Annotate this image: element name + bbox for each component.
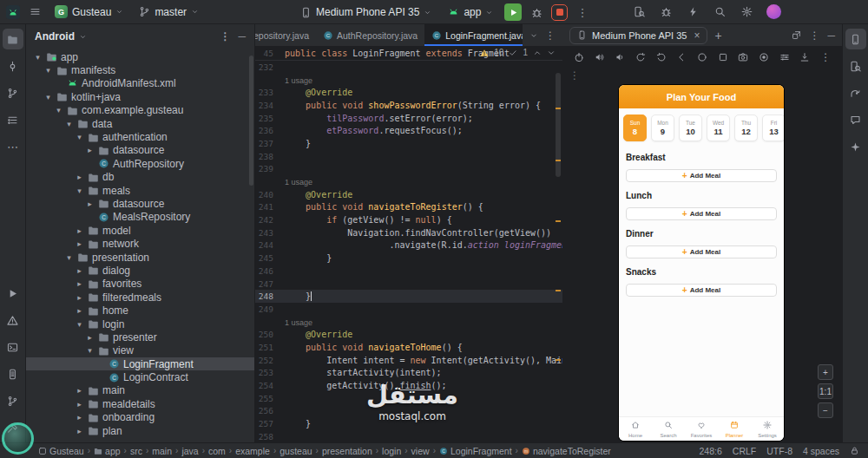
device-rotate-right-button[interactable]	[654, 49, 669, 65]
code-line[interactable]: 234 public void showPasswordError(String…	[255, 99, 562, 112]
profile-avatar[interactable]	[764, 3, 783, 22]
settings-button[interactable]	[737, 3, 756, 22]
warning-stripe-mark[interactable]	[556, 290, 561, 291]
nav-favorites[interactable]: Favorites	[685, 417, 718, 441]
debug-button[interactable]	[528, 3, 545, 21]
tree-item[interactable]: ▸network	[26, 237, 254, 250]
tab-options-button[interactable]: ⋮	[545, 29, 556, 42]
tool-project-button[interactable]	[3, 29, 23, 49]
tree-item[interactable]: ▸db	[26, 171, 254, 184]
code-line[interactable]: 244 .navigate(R.id.action_loginFragment_…	[255, 239, 562, 252]
prev-problem-icon[interactable]	[533, 49, 542, 57]
add-meal-button[interactable]: +Add Meal	[626, 245, 777, 258]
usage-hint[interactable]: 1 usage	[285, 318, 312, 327]
warning-stripe-mark[interactable]	[556, 359, 561, 361]
chevron-right-icon[interactable]: ▸	[75, 173, 84, 181]
code-inlay-row[interactable]: 1 usage	[255, 316, 562, 329]
device-selector[interactable]: Medium Phone API 35	[295, 4, 437, 20]
add-meal-button[interactable]: +Add Meal	[626, 284, 777, 297]
code-line[interactable]: 236 etPassword.requestFocus();	[255, 124, 562, 137]
close-icon[interactable]: ×	[694, 29, 700, 42]
code-line[interactable]: 242 if (getView() != null) {	[255, 213, 562, 226]
device-tab[interactable]: Medium Phone API 35 ×	[569, 27, 707, 44]
day-card-mon[interactable]: Mon9	[651, 114, 674, 141]
device-volume-down-button[interactable]	[612, 49, 628, 65]
chevron-down-icon[interactable]: ▾	[43, 66, 53, 75]
chevron-down-icon[interactable]: ▾	[64, 120, 74, 128]
warning-stripe-mark[interactable]	[556, 160, 561, 161]
chevron-down-icon[interactable]: ▾	[75, 320, 84, 329]
scrollbar-thumb[interactable]	[556, 73, 561, 177]
device-rotate-left-button[interactable]	[633, 49, 648, 65]
chevron-right-icon[interactable]: ▸	[75, 427, 84, 435]
project-scrollbar[interactable]	[249, 56, 253, 186]
tree-item[interactable]: ▸onboarding	[26, 411, 254, 424]
tree-item[interactable]: CLoginContract	[26, 370, 254, 383]
day-card-tue[interactable]: Tue10	[679, 114, 702, 141]
nav-search[interactable]: Search	[652, 417, 685, 441]
tool-run-button[interactable]	[3, 283, 23, 304]
device-power-button[interactable]	[571, 49, 587, 65]
zoom-in-button[interactable]: +	[818, 364, 833, 380]
search-button[interactable]	[710, 3, 729, 22]
device-more-button[interactable]: ⋮	[818, 49, 833, 65]
tool-problems-button[interactable]	[3, 310, 23, 330]
tree-item[interactable]: AndroidManifest.xml	[26, 77, 254, 90]
breadcrumb-item[interactable]: com	[208, 446, 226, 456]
add-meal-button[interactable]: +Add Meal	[626, 207, 777, 220]
warning-stripe-mark[interactable]	[556, 220, 561, 222]
breadcrumb-item[interactable]: Gusteau	[38, 446, 84, 456]
chevron-down-icon[interactable]	[529, 31, 538, 40]
more-actions-button[interactable]: ⋮	[574, 6, 590, 19]
bug-report-button[interactable]	[656, 3, 675, 22]
tool-build-button[interactable]	[3, 417, 23, 438]
tree-item[interactable]: ▸model	[26, 224, 254, 237]
code-line[interactable]: 246	[255, 265, 562, 278]
usage-hint[interactable]: 1 usage	[285, 178, 312, 186]
device-extended-controls-button[interactable]	[777, 49, 792, 65]
day-card-fri[interactable]: Fri13	[762, 114, 784, 141]
tool-commit-button[interactable]	[3, 56, 23, 76]
tree-item[interactable]: ▸plan	[26, 424, 254, 437]
tree-item[interactable]: ▸datasource	[26, 197, 254, 210]
code-line[interactable]: 256	[255, 405, 562, 418]
code-line[interactable]: 240 @Override	[255, 188, 562, 201]
chevron-right-icon[interactable]: ▸	[85, 333, 95, 342]
tree-item[interactable]: ▸filteredmeals	[26, 291, 254, 304]
nav-settings[interactable]: Settings	[751, 417, 784, 441]
chevron-right-icon[interactable]: ▸	[75, 306, 84, 315]
breadcrumb-item[interactable]: presentation	[322, 446, 372, 456]
project-view-mode[interactable]: Android	[35, 30, 75, 43]
chevron-right-icon[interactable]: ▸	[75, 413, 84, 422]
chevron-down-icon[interactable]: ▾	[75, 186, 84, 195]
run-button[interactable]	[504, 3, 522, 21]
chevron-down-icon[interactable]: ▾	[54, 106, 63, 114]
hide-panel-button[interactable]: ─	[827, 29, 835, 42]
chevron-right-icon[interactable]: ▸	[75, 266, 84, 275]
code-line[interactable]: 245 }	[255, 252, 562, 265]
code-line[interactable]: 257 }	[255, 417, 562, 430]
tree-item[interactable]: CAuthRepository	[26, 157, 254, 170]
breadcrumb-item[interactable]: mnavigateToRegister	[522, 446, 611, 456]
hide-panel-button[interactable]: ─	[238, 30, 246, 43]
chevron-right-icon[interactable]: ▸	[75, 386, 84, 395]
hamburger-menu-button[interactable]	[25, 3, 44, 22]
device-back-button[interactable]	[674, 49, 689, 65]
code-line[interactable]: 251 public void navigateToHome() {	[255, 341, 562, 354]
chevron-right-icon[interactable]: ▸	[75, 239, 84, 248]
panel-options-button[interactable]: ⋮	[809, 29, 819, 42]
tool-gradle-button[interactable]	[845, 82, 866, 103]
breadcrumb-item[interactable]: view	[411, 446, 430, 456]
instant-run-button[interactable]	[683, 3, 702, 22]
stop-button[interactable]	[551, 4, 568, 21]
tree-item[interactable]: ▾presentation	[26, 251, 254, 264]
code-inlay-row[interactable]: 1 usage	[255, 74, 562, 87]
tool-terminal-button[interactable]	[3, 337, 23, 357]
device-overview-button[interactable]	[715, 49, 731, 65]
tree-item[interactable]: ▸main	[26, 384, 254, 397]
code-line[interactable]: 249	[255, 303, 562, 316]
nav-home[interactable]: Home	[619, 417, 652, 441]
tree-item[interactable]: ▾view	[26, 344, 254, 357]
tool-device-manager-button[interactable]	[845, 56, 866, 76]
tree-item[interactable]: ▸presenter	[26, 330, 254, 344]
